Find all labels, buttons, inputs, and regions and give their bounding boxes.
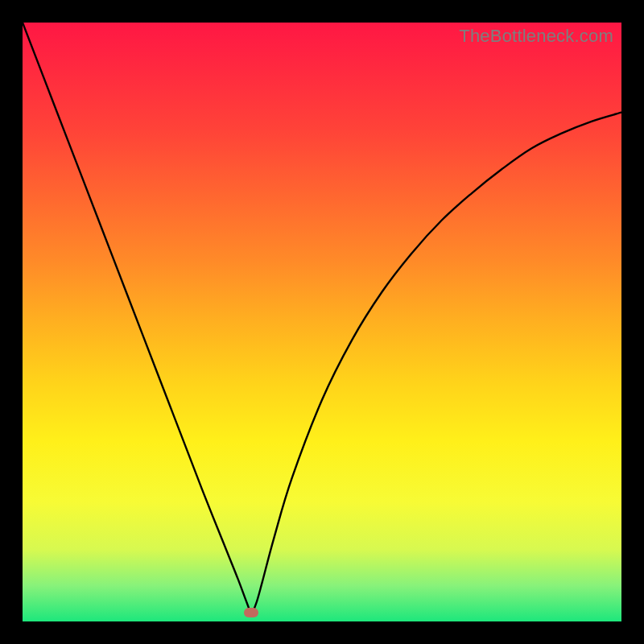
attribution-label: TheBottleneck.com xyxy=(459,26,613,47)
bottleneck-curve xyxy=(23,23,621,621)
chart-frame: TheBottleneck.com xyxy=(0,0,644,644)
optimal-point-marker xyxy=(244,608,258,617)
plot-area: TheBottleneck.com xyxy=(23,23,621,621)
